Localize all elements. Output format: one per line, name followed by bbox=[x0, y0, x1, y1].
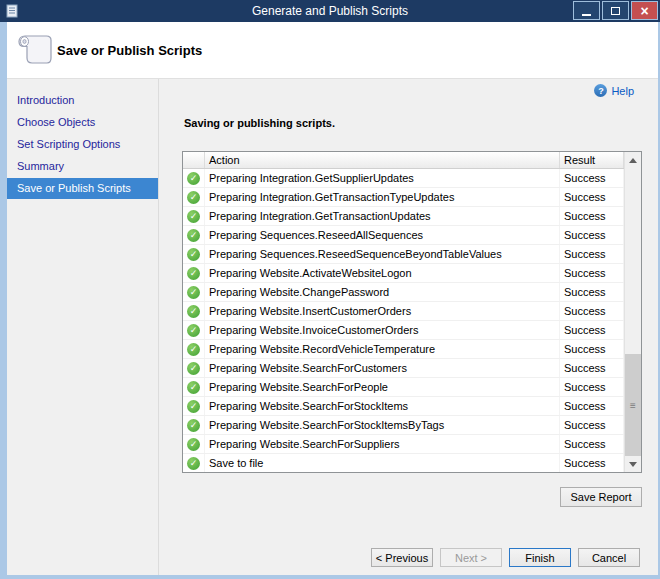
success-check-icon: ✓ bbox=[187, 343, 200, 356]
status-icon-cell: ✓ bbox=[183, 397, 205, 415]
table-row[interactable]: ✓Preparing Website.InsertCustomerOrdersS… bbox=[183, 302, 624, 321]
table-row[interactable]: ✓Preparing Website.ChangePasswordSuccess bbox=[183, 283, 624, 302]
status-icon-cell: ✓ bbox=[183, 302, 205, 320]
grid-header: Action Result bbox=[183, 152, 624, 169]
sidebar-item-set-scripting-options[interactable]: Set Scripting Options bbox=[7, 134, 158, 155]
sidebar-item-save-or-publish-scripts[interactable]: Save or Publish Scripts bbox=[7, 178, 158, 199]
success-check-icon: ✓ bbox=[187, 229, 200, 242]
success-check-icon: ✓ bbox=[187, 210, 200, 223]
sidebar-item-summary[interactable]: Summary bbox=[7, 156, 158, 177]
result-cell: Success bbox=[560, 226, 624, 244]
help-icon: ? bbox=[594, 84, 607, 97]
cancel-button[interactable]: Cancel bbox=[578, 548, 640, 567]
action-cell: Preparing Website.SearchForSuppliers bbox=[205, 435, 560, 453]
result-column-header[interactable]: Result bbox=[560, 152, 624, 168]
table-row[interactable]: ✓Preparing Website.ActivateWebsiteLogonS… bbox=[183, 264, 624, 283]
status-icon-cell: ✓ bbox=[183, 264, 205, 282]
success-check-icon: ✓ bbox=[187, 381, 200, 394]
table-row[interactable]: ✓Preparing Integration.GetTransactionTyp… bbox=[183, 188, 624, 207]
success-check-icon: ✓ bbox=[187, 400, 200, 413]
page-title: Save or Publish Scripts bbox=[57, 43, 202, 58]
table-row[interactable]: ✓Preparing Website.SearchForStockItemsSu… bbox=[183, 397, 624, 416]
status-icon-cell: ✓ bbox=[183, 188, 205, 206]
status-text: Saving or publishing scripts. bbox=[184, 117, 335, 129]
action-cell: Preparing Sequences.ReseedSequenceBeyond… bbox=[205, 245, 560, 263]
next-button[interactable]: Next > bbox=[440, 548, 502, 567]
table-row[interactable]: ✓Preparing Integration.GetSupplierUpdate… bbox=[183, 169, 624, 188]
result-cell: Success bbox=[560, 454, 624, 472]
table-row[interactable]: ✓Save to fileSuccess bbox=[183, 454, 624, 472]
action-cell: Preparing Website.SearchForStockItems bbox=[205, 397, 560, 415]
scroll-up-button[interactable] bbox=[625, 152, 641, 168]
table-row[interactable]: ✓Preparing Website.SearchForCustomersSuc… bbox=[183, 359, 624, 378]
table-row[interactable]: ✓Preparing Website.SearchForPeopleSucces… bbox=[183, 378, 624, 397]
table-row[interactable]: ✓Preparing Website.RecordVehicleTemperat… bbox=[183, 340, 624, 359]
scrollbar-thumb[interactable]: ≡ bbox=[625, 354, 641, 456]
result-cell: Success bbox=[560, 264, 624, 282]
result-cell: Success bbox=[560, 188, 624, 206]
sidebar-nav: IntroductionChoose ObjectsSet Scripting … bbox=[7, 79, 159, 575]
finish-button[interactable]: Finish bbox=[509, 548, 571, 567]
save-report-button[interactable]: Save Report bbox=[560, 487, 642, 507]
scrollbar-track[interactable]: ≡ bbox=[625, 168, 641, 456]
scroll-down-button[interactable] bbox=[625, 456, 641, 472]
previous-button[interactable]: < Previous bbox=[371, 548, 433, 567]
table-row[interactable]: ✓Preparing Website.InvoiceCustomerOrders… bbox=[183, 321, 624, 340]
table-row[interactable]: ✓Preparing Website.SearchForSuppliersSuc… bbox=[183, 435, 624, 454]
sidebar-item-choose-objects[interactable]: Choose Objects bbox=[7, 112, 158, 133]
status-icon-cell: ✓ bbox=[183, 359, 205, 377]
status-icon-cell: ✓ bbox=[183, 435, 205, 453]
help-label: Help bbox=[611, 85, 634, 97]
window-controls: × bbox=[573, 1, 658, 20]
table-row[interactable]: ✓Preparing Integration.GetTransactionUpd… bbox=[183, 207, 624, 226]
success-check-icon: ✓ bbox=[187, 286, 200, 299]
action-cell: Preparing Website.SearchForStockItemsByT… bbox=[205, 416, 560, 434]
wizard-window: Generate and Publish Scripts × Save or P… bbox=[0, 0, 660, 579]
status-icon-cell: ✓ bbox=[183, 283, 205, 301]
results-grid: Action Result ✓Preparing Integration.Get… bbox=[182, 151, 642, 473]
success-check-icon: ✓ bbox=[187, 324, 200, 337]
status-icon-cell: ✓ bbox=[183, 340, 205, 358]
status-icon-cell: ✓ bbox=[183, 226, 205, 244]
result-cell: Success bbox=[560, 283, 624, 301]
help-link[interactable]: ? Help bbox=[594, 84, 634, 97]
table-row[interactable]: ✓Preparing Sequences.ReseedAllSequencesS… bbox=[183, 226, 624, 245]
action-cell: Preparing Website.SearchForPeople bbox=[205, 378, 560, 396]
dialog-body: Save or Publish Scripts IntroductionChoo… bbox=[7, 22, 658, 575]
result-cell: Success bbox=[560, 340, 624, 358]
sidebar-item-introduction[interactable]: Introduction bbox=[7, 90, 158, 111]
table-row[interactable]: ✓Preparing Website.SearchForStockItemsBy… bbox=[183, 416, 624, 435]
titlebar[interactable]: Generate and Publish Scripts × bbox=[0, 0, 660, 22]
action-cell: Preparing Website.SearchForCustomers bbox=[205, 359, 560, 377]
action-cell: Save to file bbox=[205, 454, 560, 472]
scroll-up-icon bbox=[629, 158, 637, 163]
success-check-icon: ✓ bbox=[187, 172, 200, 185]
action-cell: Preparing Sequences.ReseedAllSequences bbox=[205, 226, 560, 244]
table-scrollbar[interactable]: ≡ bbox=[624, 152, 641, 472]
table-row[interactable]: ✓Preparing Sequences.ReseedSequenceBeyon… bbox=[183, 245, 624, 264]
close-button[interactable]: × bbox=[631, 1, 658, 20]
action-cell: Preparing Website.InsertCustomerOrders bbox=[205, 302, 560, 320]
success-check-icon: ✓ bbox=[187, 362, 200, 375]
result-cell: Success bbox=[560, 397, 624, 415]
window-title: Generate and Publish Scripts bbox=[0, 4, 660, 18]
result-cell: Success bbox=[560, 378, 624, 396]
maximize-button[interactable] bbox=[602, 1, 629, 20]
status-icon-cell: ✓ bbox=[183, 378, 205, 396]
status-icon-cell: ✓ bbox=[183, 169, 205, 187]
action-cell: Preparing Website.ActivateWebsiteLogon bbox=[205, 264, 560, 282]
status-icon-cell: ✓ bbox=[183, 207, 205, 225]
results-grid-body: ✓Preparing Integration.GetSupplierUpdate… bbox=[183, 169, 624, 472]
icon-column-header[interactable] bbox=[183, 152, 205, 168]
minimize-button[interactable] bbox=[573, 1, 600, 20]
wizard-header: Save or Publish Scripts bbox=[7, 22, 658, 79]
action-column-header[interactable]: Action bbox=[205, 152, 560, 168]
result-cell: Success bbox=[560, 302, 624, 320]
result-cell: Success bbox=[560, 359, 624, 377]
footer-buttons: < PreviousNext >FinishCancel bbox=[371, 548, 640, 567]
success-check-icon: ✓ bbox=[187, 438, 200, 451]
status-icon-cell: ✓ bbox=[183, 245, 205, 263]
success-check-icon: ✓ bbox=[187, 267, 200, 280]
success-check-icon: ✓ bbox=[187, 305, 200, 318]
success-check-icon: ✓ bbox=[187, 419, 200, 432]
